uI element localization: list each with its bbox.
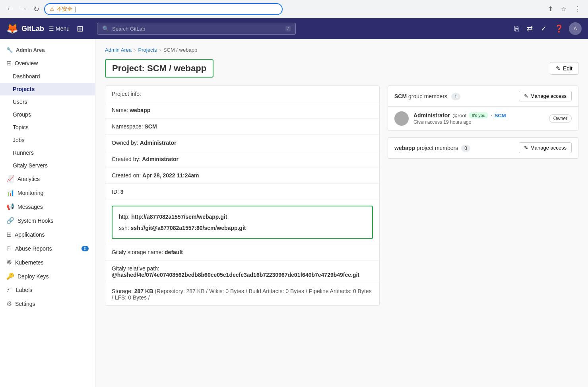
project-owned-by-row: Owned by: Administrator bbox=[105, 135, 379, 151]
merge-request-icon[interactable]: ⇄ bbox=[524, 23, 535, 35]
member-name: Administrator @root It's you · SCM bbox=[413, 112, 544, 119]
sidebar-item-label: Groups bbox=[13, 111, 31, 118]
bookmark-icon[interactable]: ☆ bbox=[559, 4, 569, 14]
sidebar-item-messages[interactable]: 📢 Messages bbox=[0, 200, 95, 214]
sidebar-item-deploy-keys[interactable]: 🔑 Deploy Keys bbox=[0, 269, 95, 283]
handle: @root bbox=[452, 113, 467, 119]
sidebar-item-groups[interactable]: Groups bbox=[0, 108, 95, 121]
gitaly-storage-row: Gitaly storage name: default bbox=[105, 244, 379, 261]
sidebar-item-label: Topics bbox=[13, 124, 29, 130]
help-icon[interactable]: ❓ bbox=[552, 23, 566, 35]
webapp-members-header: webapp project members 0 ✎ Manage access bbox=[388, 138, 578, 158]
gitlab-topnav: 🦊 GitLab ☰ Menu ⊞ 🔍 / ⎘ ⇄ ✓ ❓ A bbox=[0, 18, 588, 39]
sidebar-item-abuse-reports[interactable]: ⚐ Abuse Reports 0 bbox=[0, 241, 95, 255]
project-info-column: Project info: Name: webapp Namespace: SC… bbox=[105, 86, 380, 306]
gitlab-wordmark: GitLab bbox=[21, 25, 44, 33]
http-value: http://a877082a1557/scm/webapp.git bbox=[131, 214, 227, 220]
sidebar-item-gitaly[interactable]: Gitaly Servers bbox=[0, 159, 95, 172]
sidebar-item-topics[interactable]: Topics bbox=[0, 121, 95, 134]
namespace-label: Namespace: bbox=[112, 123, 143, 130]
edit-icon: ✎ bbox=[556, 65, 561, 72]
storage-value: 287 KB bbox=[134, 288, 153, 294]
search-input[interactable] bbox=[112, 26, 282, 32]
clone-icon[interactable]: ⎘ bbox=[512, 23, 521, 35]
refresh-button[interactable]: ↻ bbox=[32, 3, 41, 15]
system-hooks-icon: 🔗 bbox=[6, 217, 14, 224]
created-by-label: Created by: bbox=[112, 156, 140, 162]
id-value: 3 bbox=[120, 189, 124, 195]
sidebar-item-analytics[interactable]: 📈 Analytics bbox=[0, 172, 95, 186]
gitaly-path-row: Gitaly relative path: @hashed/4e/07/4e07… bbox=[105, 261, 379, 283]
back-button[interactable]: ← bbox=[5, 3, 15, 15]
sidebar-item-label: Abuse Reports bbox=[15, 245, 52, 252]
todo-icon[interactable]: ✓ bbox=[538, 23, 549, 35]
scm-manage-access-button[interactable]: ✎ Manage access bbox=[519, 91, 572, 101]
sidebar-item-monitoring[interactable]: 📊 Monitoring bbox=[0, 186, 95, 200]
its-you-badge: It's you bbox=[469, 112, 488, 119]
webapp-manage-access-label: Manage access bbox=[530, 145, 567, 151]
sidebar-item-label: Projects bbox=[13, 86, 35, 92]
name-value: webapp bbox=[130, 107, 150, 113]
sidebar-item-jobs[interactable]: Jobs bbox=[0, 134, 95, 146]
sidebar-item-label: System Hooks bbox=[17, 218, 53, 224]
webapp-section-label: project members bbox=[417, 145, 458, 151]
sidebar-item-label: Users bbox=[13, 99, 27, 105]
kubernetes-icon: ☸ bbox=[6, 259, 12, 266]
admin-area-icon: 🔧 bbox=[6, 47, 13, 53]
sidebar-item-applications[interactable]: ⊞ Applications bbox=[0, 228, 95, 241]
browser-actions: ⬆ ☆ ⋮ bbox=[545, 4, 583, 14]
name-label: Name: bbox=[112, 107, 128, 113]
admin-name: Administrator bbox=[413, 112, 450, 119]
scm-group-name: SCM bbox=[394, 93, 407, 99]
project-id-row: ID: 3 bbox=[105, 184, 379, 200]
scm-section-label: group members bbox=[408, 93, 447, 99]
sidebar-item-overview[interactable]: ⊞ Overview bbox=[0, 56, 95, 70]
http-label: http: bbox=[119, 214, 130, 220]
search-bar[interactable]: 🔍 / bbox=[97, 23, 296, 35]
sidebar-item-label: Overview bbox=[15, 60, 38, 66]
sidebar-item-kubernetes[interactable]: ☸ Kubernetes bbox=[0, 255, 95, 269]
sidebar-item-system-hooks[interactable]: 🔗 System Hooks bbox=[0, 214, 95, 228]
sidebar-item-settings[interactable]: ⚙ Settings bbox=[0, 297, 95, 311]
sidebar-section-label: Admin Area bbox=[16, 47, 45, 53]
webapp-manage-access-button[interactable]: ✎ Manage access bbox=[519, 142, 572, 153]
sidebar: 🔧 Admin Area ⊞ Overview Dashboard Projec… bbox=[0, 39, 95, 387]
webapp-project-name: webapp bbox=[394, 145, 415, 151]
created-on-value: Apr 28, 2022 11:24am bbox=[142, 172, 199, 179]
webapp-members-title: webapp project members 0 bbox=[394, 145, 470, 151]
address-input[interactable]: 192.168.109.129:9080/admin/projects/scm/… bbox=[79, 6, 277, 12]
sidebar-item-dashboard[interactable]: Dashboard bbox=[0, 70, 95, 83]
avatar[interactable]: A bbox=[569, 22, 582, 35]
browser-bar: ← → ↻ ⚠ 不安全 | 192.168.109.129:9080/admin… bbox=[0, 0, 588, 18]
dot-separator: · bbox=[491, 112, 492, 119]
project-created-by-row: Created by: Administrator bbox=[105, 151, 379, 167]
member-group-link[interactable]: SCM bbox=[495, 113, 506, 119]
analytics-icon: 📈 bbox=[6, 175, 14, 183]
id-label: ID: bbox=[112, 189, 119, 195]
browser-menu-icon[interactable]: ⋮ bbox=[572, 4, 583, 14]
forward-button[interactable]: → bbox=[18, 3, 29, 15]
project-info-header: Project info: bbox=[105, 86, 379, 102]
storage-row: Storage: 287 KB (Repository: 287 KB / Wi… bbox=[105, 283, 379, 305]
breadcrumb-projects[interactable]: Projects bbox=[138, 47, 157, 53]
menu-button[interactable]: ☰ Menu bbox=[49, 25, 70, 32]
messages-icon: 📢 bbox=[6, 203, 14, 210]
sidebar-item-users[interactable]: Users bbox=[0, 95, 95, 108]
gitaly-path-value: @hashed/4e/07/4e07408562bedb8b60ce05c1de… bbox=[112, 272, 359, 278]
sidebar-item-labels[interactable]: 🏷 Labels bbox=[0, 283, 95, 297]
scm-manage-access-label: Manage access bbox=[530, 93, 567, 99]
gitlab-logo: 🦊 GitLab bbox=[6, 23, 44, 34]
member-role: Owner bbox=[549, 114, 572, 123]
edit-button[interactable]: ✎ Edit bbox=[550, 62, 578, 75]
manage-access-icon: ✎ bbox=[524, 93, 528, 99]
plus-button[interactable]: ⊞ bbox=[74, 22, 86, 35]
sidebar-item-runners[interactable]: Runners bbox=[0, 146, 95, 159]
share-icon[interactable]: ⬆ bbox=[545, 4, 555, 14]
project-info-label: Project info: bbox=[112, 91, 141, 97]
address-separator: | bbox=[75, 6, 76, 12]
sidebar-item-projects[interactable]: Projects bbox=[0, 83, 95, 95]
project-urls-row: http: http://a877082a1557/scm/webapp.git… bbox=[105, 200, 379, 244]
address-bar[interactable]: ⚠ 不安全 | 192.168.109.129:9080/admin/proje… bbox=[44, 3, 283, 15]
nav-icons: ⎘ ⇄ ✓ ❓ A bbox=[512, 22, 582, 35]
breadcrumb-admin-area[interactable]: Admin Area bbox=[105, 47, 132, 53]
